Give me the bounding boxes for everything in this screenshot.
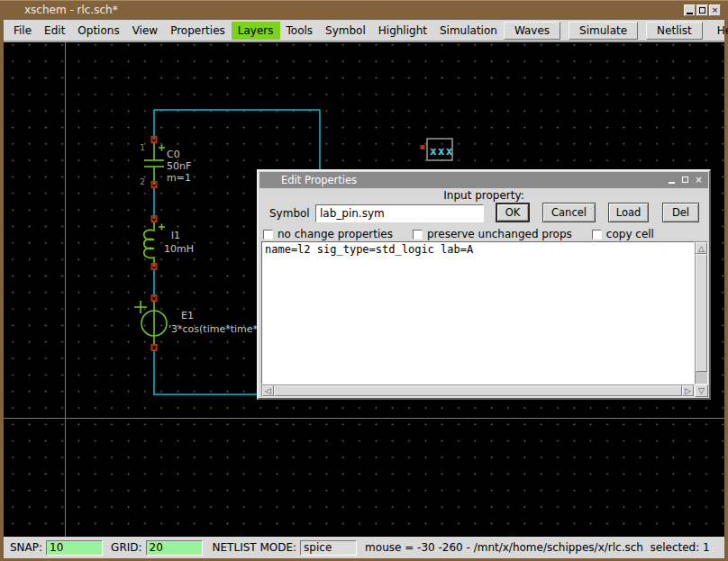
capacitor-pin1-number: 1 <box>140 143 145 152</box>
dialog-title: Edit Properties <box>281 174 357 186</box>
capacitor-symbol[interactable]: 1 2 C0 50nF m=1 <box>140 141 191 186</box>
snap-label: SNAP: <box>10 541 42 554</box>
simulate-button[interactable]: Simulate <box>569 22 638 40</box>
netlist-mode-label: NETLIST MODE: <box>213 541 297 554</box>
window-controls: × <box>684 5 721 16</box>
properties-textarea[interactable]: name=l2 sig_type=std_logic lab=A <box>261 241 695 385</box>
menu-item-options[interactable]: Options <box>71 22 125 40</box>
no-change-properties-option: no change properties <box>263 228 393 240</box>
xschem-window: xschem - rlc.sch* × File Edit Options Vi… <box>0 0 728 561</box>
mouse-status-text: mouse = -30 -260 - /mnt/x/home/schippes/… <box>365 541 710 554</box>
menu-left: File Edit Options View Properties Layers… <box>7 22 504 40</box>
netlist-button[interactable]: Netlist <box>646 22 703 40</box>
minimize-icon[interactable] <box>684 5 696 16</box>
grid-label: GRID: <box>111 541 141 554</box>
checkbox-row: no change properties preserve unchanged … <box>263 228 674 240</box>
net-label[interactable]: xxx <box>421 139 454 160</box>
menu-item-simulation[interactable]: Simulation <box>433 22 504 40</box>
no-change-properties-checkbox[interactable] <box>263 230 273 240</box>
copy-cell-option: copy cell <box>592 228 654 240</box>
edit-properties-dialog: Edit Properties × Input property: Symbol… <box>257 169 711 400</box>
copy-cell-label: copy cell <box>606 228 654 240</box>
inductor-value: 10mH <box>164 243 194 255</box>
scroll-down-icon[interactable]: ▽ <box>695 385 708 397</box>
menu-item-symbol[interactable]: Symbol <box>319 22 372 40</box>
capacitor-pin2-number: 2 <box>140 177 145 186</box>
window-title: xschem - rlc.sch* <box>24 4 118 16</box>
inductor-symbol[interactable]: l1 10mH <box>144 221 194 267</box>
source-name: E1 <box>181 310 194 321</box>
snap-input[interactable] <box>46 540 103 556</box>
waves-button[interactable]: Waves <box>504 22 560 40</box>
scroll-right-icon[interactable]: ▷ <box>682 385 694 396</box>
menu-item-view[interactable]: View <box>126 22 164 40</box>
preserve-unchanged-props-label: preserve unchanged props <box>427 228 572 240</box>
dialog-close-icon[interactable]: × <box>694 175 704 185</box>
vertical-scrollbar[interactable]: △ <box>695 241 708 385</box>
capacitor-name: C0 <box>167 149 180 160</box>
menu-bar: File Edit Options View Properties Layers… <box>4 20 724 42</box>
scroll-up-icon[interactable]: △ <box>696 242 707 254</box>
no-change-properties-label: no change properties <box>278 228 393 240</box>
menu-item-help[interactable]: Help <box>711 22 728 40</box>
menu-item-layers[interactable]: Layers <box>232 22 280 40</box>
grid-input[interactable] <box>146 540 203 556</box>
horizontal-scrollbar-thumb[interactable] <box>274 385 682 396</box>
menu-right: Waves Simulate Netlist Help <box>504 22 728 40</box>
menu-item-highlight[interactable]: Highlight <box>372 22 433 40</box>
dialog-titlebar[interactable]: Edit Properties × <box>259 172 708 188</box>
inductor-name: l1 <box>171 230 180 241</box>
symbol-label: Symbol <box>269 207 310 220</box>
capacitor-mult: m=1 <box>167 172 191 184</box>
load-button[interactable]: Load <box>608 203 649 222</box>
cancel-button[interactable]: Cancel <box>542 203 596 222</box>
status-bar: SNAP: GRID: NETLIST MODE: mouse = -30 -2… <box>4 537 724 558</box>
netlist-mode-input[interactable] <box>300 540 357 556</box>
preserve-unchanged-props-checkbox[interactable] <box>413 230 423 240</box>
dialog-maximize-icon[interactable] <box>680 175 690 185</box>
window-titlebar[interactable]: xschem - rlc.sch* × <box>0 1 728 20</box>
copy-cell-checkbox[interactable] <box>592 230 602 240</box>
menu-item-properties[interactable]: Properties <box>164 22 232 40</box>
menu-item-edit[interactable]: Edit <box>38 22 71 40</box>
horizontal-scrollbar[interactable]: ◁ ▷ <box>261 385 695 397</box>
close-icon[interactable]: × <box>709 5 721 16</box>
ok-button[interactable]: OK <box>496 203 530 222</box>
input-property-label: Input property: <box>259 189 709 202</box>
menu-item-file[interactable]: File <box>7 22 38 40</box>
scroll-left-icon[interactable]: ◁ <box>262 385 274 396</box>
net-label-pin <box>421 145 425 149</box>
menu-item-tools[interactable]: Tools <box>280 22 320 40</box>
del-button[interactable]: Del <box>662 203 699 222</box>
dialog-minimize-icon[interactable] <box>667 175 677 185</box>
preserve-unchanged-props-option: preserve unchanged props <box>413 228 572 240</box>
vertical-scrollbar-thumb[interactable] <box>696 254 707 372</box>
capacitor-value: 50nF <box>167 160 191 172</box>
net-label-text: xxx <box>430 144 453 158</box>
symbol-input[interactable] <box>315 204 484 222</box>
dialog-controls: × <box>667 175 704 185</box>
maximize-icon[interactable] <box>696 5 708 16</box>
